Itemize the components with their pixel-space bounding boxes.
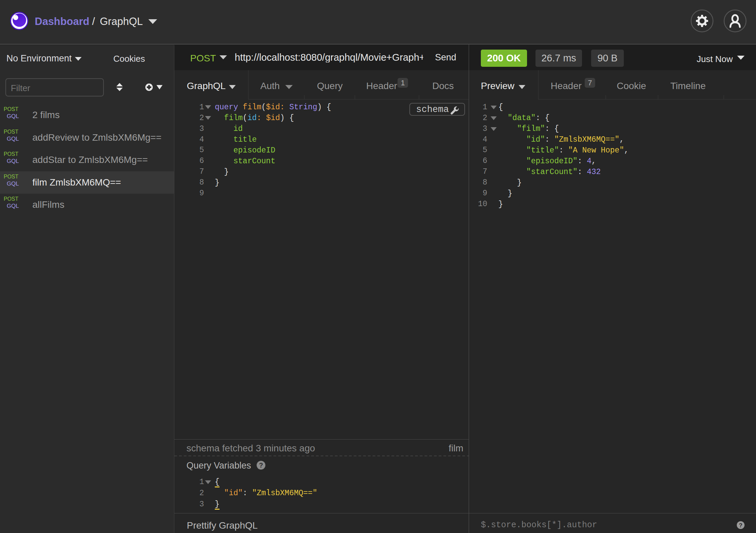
svg-text:?: ? [739,522,742,529]
svg-text:?: ? [259,461,263,469]
